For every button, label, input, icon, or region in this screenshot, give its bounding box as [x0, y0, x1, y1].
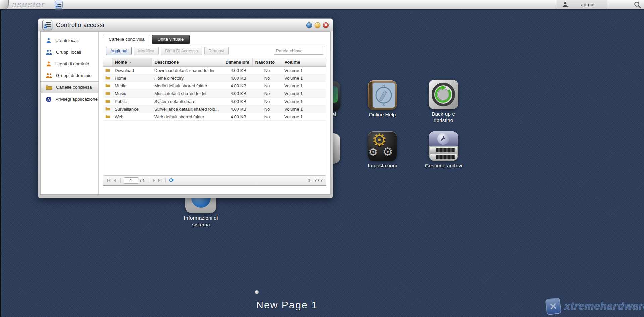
backup-restore-icon [429, 80, 458, 109]
main-panel: Cartelle condivisa Unità virtuale Aggiun… [99, 32, 330, 194]
sidebar-item-shared-folders[interactable]: Cartelle condivisa [41, 81, 98, 93]
screen-left-edge [0, 10, 1, 317]
next-page-button[interactable] [152, 178, 156, 183]
sort-ascending-icon: ▲ [129, 61, 132, 64]
add-button[interactable]: Aggiungi [106, 47, 132, 55]
desktop-page-title: New Page 1 [233, 299, 340, 311]
sidebar-item-app-privileges[interactable]: A Privilegi applicazione [41, 93, 98, 105]
desktop-icon-label: Online Help [365, 112, 400, 118]
folder-icon [105, 107, 110, 111]
table-row[interactable]: SurveillanceSurveillance default shared … [103, 105, 326, 113]
record-range: 1 - 7 / 7 [308, 178, 323, 183]
column-header-size[interactable]: Dimensioni [223, 58, 252, 67]
minimize-button[interactable]: − [315, 22, 320, 28]
access-control-icon [42, 20, 52, 30]
page-number-input[interactable] [124, 177, 138, 184]
watermark: ✕ xtremehardware.it [546, 298, 644, 314]
taskbar-access-control-icon[interactable] [55, 1, 63, 9]
previous-page-button[interactable] [113, 178, 117, 183]
keyword-search-input[interactable] [274, 47, 323, 55]
column-header-icon[interactable] [103, 58, 112, 67]
column-header-volume[interactable]: Volume [282, 58, 326, 67]
tab-bar: Cartelle condivisa Unità virtuale [103, 35, 326, 44]
table-row[interactable]: HomeHome directory 4.00 KBNo Volume 1 [103, 74, 326, 82]
sidebar-item-local-users[interactable]: Utenti locali [41, 35, 98, 46]
desktop-icon-backup[interactable]: Back-up e ripristino [425, 80, 462, 123]
remove-button[interactable]: Rimuovi [204, 47, 229, 55]
corner-ornament [0, 0, 9, 9]
table-row[interactable]: MediaMedia default shared folder 4.00 KB… [103, 82, 326, 90]
search-icon[interactable] [634, 1, 641, 9]
desktop-icon-label: Gestione archivi [423, 163, 464, 169]
topbar: asustor admin [0, 0, 644, 10]
xtremehardware-logo-icon: ✕ [545, 297, 562, 315]
desktop-icon-storage-manager[interactable]: Gestione archivi [423, 131, 464, 169]
sidebar: Utenti locali Gruppi locali Utenti di do… [41, 32, 99, 194]
pagination-bar: / 1 ⟳ 1 - 7 / 7 [103, 175, 326, 185]
user-orange-icon [46, 61, 52, 67]
page-count: / 1 [140, 178, 145, 183]
sidebar-item-local-groups[interactable]: Gruppi locali [41, 46, 98, 58]
folder-icon [105, 68, 110, 72]
user-menu[interactable]: admin [557, 0, 607, 9]
folder-icon [105, 76, 110, 80]
window-titlebar[interactable]: Controllo accessi ? − ✕ [38, 19, 333, 31]
access-rights-button[interactable]: Diritti Di Accesso [161, 47, 202, 55]
user-icon [562, 1, 569, 8]
folder-icon [105, 91, 110, 95]
first-page-button[interactable] [107, 178, 111, 183]
folder-icon [105, 83, 110, 87]
svg-text:A: A [47, 97, 50, 101]
desktop-icon-label: Back-up e ripristino [425, 111, 462, 123]
table-row[interactable]: MusicMusic default shared folder 4.00 KB… [103, 90, 326, 98]
folder-icon [46, 85, 52, 90]
desktop-icon-label: Impostazioni [364, 163, 400, 169]
table-row[interactable]: PublicSystem default share 4.00 KBNo Vol… [103, 98, 326, 105]
tab-shared-folders[interactable]: Cartelle condivisa [103, 35, 150, 44]
desktop-icon-online-help[interactable]: N S Online Help [365, 80, 400, 118]
toolbar: Aggiungi Modifica Diritti Di Accesso Rim… [103, 44, 326, 58]
app-privileges-icon: A [46, 96, 52, 102]
window-content: Utenti locali Gruppi locali Utenti di do… [40, 31, 331, 195]
desktop-icon-settings[interactable]: ⚙ ⚙ ⚙ Impostazioni [364, 131, 400, 169]
sidebar-item-domain-users[interactable]: Utenti di dominio [41, 58, 98, 70]
sidebar-item-domain-groups[interactable]: Gruppi di dominio [41, 70, 98, 81]
help-button[interactable]: ? [306, 22, 312, 28]
watermark-text: xtremehardware.it [564, 300, 644, 312]
username: admin [569, 2, 607, 7]
shared-folders-panel: Aggiungi Modifica Diritti Di Accesso Rim… [103, 44, 326, 186]
table-row[interactable]: WebWeb default shared folder 4.00 KBNo V… [103, 113, 326, 121]
settings-gears-icon: ⚙ ⚙ ⚙ [368, 131, 397, 161]
page-indicator-dot[interactable] [255, 290, 259, 294]
asustor-logo: asustor [12, 0, 45, 9]
column-header-hidden[interactable]: Nascosto [252, 58, 282, 67]
window-title: Controllo accessi [56, 22, 104, 29]
column-header-name[interactable]: Nome▲ [112, 58, 152, 67]
table-row[interactable]: DownloadDownload default shared folder 4… [103, 67, 326, 74]
wrench-icon [437, 133, 449, 145]
close-button[interactable]: ✕ [323, 22, 329, 28]
edit-button[interactable]: Modifica [134, 47, 159, 55]
svg-text:N: N [382, 84, 385, 88]
refresh-icon[interactable]: ⟳ [169, 178, 174, 183]
table-empty-area [103, 121, 326, 175]
user-blue-icon [46, 38, 52, 44]
online-help-icon: N S [368, 80, 397, 110]
column-header-description[interactable]: Descrizione [152, 58, 223, 67]
last-page-button[interactable] [158, 178, 162, 183]
group-orange-icon [46, 73, 52, 79]
group-blue-icon [46, 49, 52, 55]
access-control-window: Controllo accessi ? − ✕ Utenti locali Gr… [38, 18, 333, 198]
shared-folders-table: Nome▲ Descrizione Dimensioni Nascosto Vo… [103, 58, 326, 121]
folder-icon [105, 99, 110, 103]
tab-virtual-drive[interactable]: Unità virtuale [152, 35, 190, 44]
svg-text:S: S [382, 103, 385, 107]
folder-icon [105, 114, 110, 118]
storage-manager-icon [429, 131, 458, 161]
desktop-icon-label: Informazioni di sistema [181, 215, 221, 228]
